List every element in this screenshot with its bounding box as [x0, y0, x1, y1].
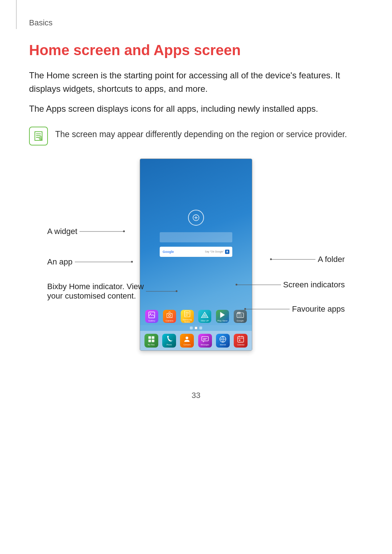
svg-rect-36 — [238, 337, 244, 342]
annotation-bixby-dot — [176, 290, 177, 292]
annotation-folder-line — [272, 259, 315, 260]
fav-contacts: Contacts — [180, 334, 194, 348]
app-playstore: Play Store — [216, 310, 229, 323]
fav-phone: Phone — [162, 334, 176, 348]
annotation-folder: A folder — [270, 255, 345, 264]
annotation-widget: A widget — [47, 227, 125, 236]
fav-contacts-label: Contacts — [183, 344, 191, 346]
bixby-line2: your customised content. — [47, 291, 144, 301]
search-bar-text: Say "Ok Google" — [205, 250, 224, 253]
body-text-1: The Home screen is the starting point fo… — [29, 69, 363, 95]
annotation-widget-line — [79, 231, 123, 232]
app-notes-label: Samsung Notes — [181, 319, 194, 323]
svg-point-21 — [240, 315, 241, 315]
annotation-bixby-line — [146, 286, 176, 297]
svg-point-9 — [150, 313, 151, 314]
fav-phone-label: Phone — [167, 344, 172, 346]
bixby-line1: Bixby Home indicator. View — [47, 282, 144, 291]
apps-row: Gallery Camera — [140, 308, 252, 325]
phone-screen: Google Say "Ok Google" — [140, 159, 252, 350]
svg-rect-26 — [148, 336, 151, 339]
annotation-screen-line — [237, 284, 281, 285]
fav-calendar: Calendar — [234, 334, 248, 348]
svg-rect-27 — [152, 336, 154, 339]
annotation-favourite: Favourite apps — [244, 304, 345, 314]
fav-myfiles: My Files — [144, 334, 158, 348]
app-gallery-label: Gallery — [148, 320, 155, 322]
svg-point-24 — [240, 316, 241, 316]
app-playstore-label: Play Store — [217, 320, 228, 322]
fav-calendar-label: Calendar — [237, 344, 244, 346]
search-bar: Google Say "Ok Google" — [160, 247, 232, 257]
google-logo: Google — [163, 250, 174, 254]
svg-rect-6 — [226, 250, 228, 252]
annotation-favourite-text: Favourite apps — [292, 304, 345, 314]
phone-mockup: Google Say "Ok Google" — [140, 159, 252, 351]
svg-point-10 — [168, 315, 171, 317]
note-icon — [29, 127, 48, 145]
fav-internet: Internet — [216, 334, 230, 348]
svg-rect-28 — [148, 340, 151, 342]
breadcrumb: Basics — [29, 18, 363, 28]
indicator-dot-3 — [199, 327, 202, 329]
app-hikeup-label: Hike UP — [201, 320, 209, 322]
app-camera: Camera — [163, 310, 176, 323]
svg-point-25 — [241, 316, 242, 316]
svg-point-23 — [238, 316, 239, 316]
app-hikeup: Hike UP — [198, 310, 211, 323]
fav-myfiles-label: My Files — [148, 344, 155, 346]
annotation-widget-text: A widget — [47, 227, 77, 236]
indicator-dot-active — [195, 327, 197, 329]
indicator-row — [140, 325, 252, 331]
note-box: The screen may appear differently depend… — [29, 126, 363, 145]
indicator-dot-1 — [190, 327, 193, 329]
page-number: 33 — [29, 391, 363, 400]
widget-icon — [188, 210, 204, 226]
app-gallery: Gallery — [145, 310, 158, 323]
search-bar-right: Say "Ok Google" — [205, 250, 229, 254]
annotation-bixby-text: Bixby Home indicator. View your customis… — [47, 282, 144, 301]
annotation-favourite-line — [246, 309, 290, 309]
annotation-bixby: Bixby Home indicator. View your customis… — [47, 282, 177, 301]
annotation-widget-dot — [123, 230, 125, 232]
annotation-app-dot — [131, 261, 133, 263]
app-folder-label: Google — [237, 320, 244, 322]
svg-marker-17 — [220, 312, 225, 318]
page-border — [16, 0, 17, 29]
svg-rect-40 — [239, 340, 241, 341]
diagram-wrapper: Google Say "Ok Google" — [47, 159, 345, 369]
annotation-app-line — [75, 262, 131, 262]
app-camera-label: Camera — [166, 320, 173, 322]
annotation-app-text: An app — [47, 257, 73, 267]
widget-placeholder — [160, 232, 232, 242]
mic-button — [225, 250, 229, 254]
body-text-2: The Apps screen displays icons for all a… — [29, 102, 363, 115]
svg-point-30 — [186, 337, 188, 339]
annotation-folder-text: A folder — [318, 255, 345, 264]
fav-messages: Messages — [198, 334, 212, 348]
svg-point-20 — [238, 315, 239, 315]
fav-messages-label: Messages — [201, 344, 209, 346]
svg-rect-29 — [152, 340, 154, 342]
section-title: Home screen and Apps screen — [29, 42, 363, 58]
annotation-screen-text: Screen indicators — [283, 280, 345, 290]
annotation-app: An app — [47, 257, 133, 267]
note-text: The screen may appear differently depend… — [55, 126, 347, 141]
annotation-screen: Screen indicators — [236, 280, 345, 290]
svg-point-22 — [241, 315, 242, 315]
fav-internet-label: Internet — [220, 344, 226, 346]
app-notes: Samsung Notes — [181, 310, 194, 323]
diagram-area: Google Say "Ok Google" — [29, 159, 363, 369]
fav-apps-bar: My Files Phone — [140, 331, 252, 350]
